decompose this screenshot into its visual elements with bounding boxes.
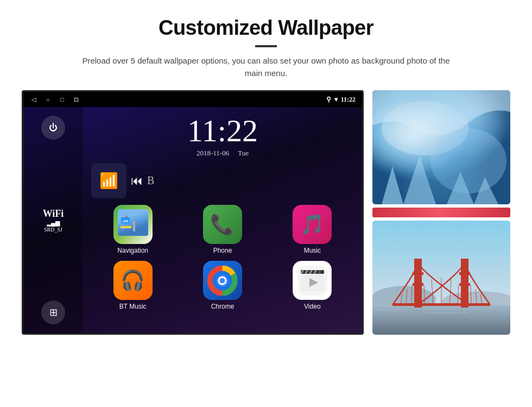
svg-rect-17 — [318, 270, 321, 274]
wifi-bars: ▂▄▆ — [43, 220, 64, 227]
phone-icon: 📞 — [203, 205, 242, 244]
nav-map-svg: 280 — [118, 210, 148, 240]
svg-point-10 — [220, 278, 225, 283]
svg-rect-2 — [133, 221, 135, 231]
wifi-signal-icon: 📶 — [99, 172, 118, 190]
clock-date-value: 2018-11-06 — [197, 149, 229, 157]
video-label: Video — [304, 303, 320, 310]
bt-music-icon: 🎧 — [113, 261, 153, 300]
apps-grid-button[interactable]: ⊞ — [41, 300, 65, 324]
wifi-label: WiFi — [43, 208, 64, 220]
power-button[interactable]: ⏻ — [41, 116, 65, 140]
svg-rect-40 — [413, 283, 423, 286]
header-section: Customized Wallpaper Preload over 5 defa… — [22, 16, 510, 79]
widget-row: 📶 ⏮ B — [88, 163, 357, 198]
app-phone[interactable]: 📞 Phone — [181, 205, 264, 254]
nav-overlay: 280 — [113, 205, 153, 244]
wifi-info: WiFi ▂▄▆ SRD_SJ — [43, 208, 64, 233]
phone-label: Phone — [213, 247, 232, 254]
wallpaper-previews — [372, 90, 510, 335]
recents-nav-icon[interactable]: □ — [58, 96, 66, 103]
app-navigation[interactable]: 280 Navigation — [91, 205, 174, 254]
wallpaper-ice-thumb[interactable] — [372, 90, 510, 204]
app-bt-music[interactable]: 🎧 BT Music — [91, 261, 174, 310]
music-label: Music — [304, 247, 321, 254]
page-subtitle: Preload over 5 default wallpaper options… — [76, 55, 456, 79]
app-grid: 280 Navigation 📞 Phone — [88, 203, 357, 312]
clock-time: 11:22 — [88, 115, 357, 147]
wifi-name: SRD_SJ — [43, 227, 64, 233]
apps-grid-icon: ⊞ — [49, 306, 58, 318]
svg-text:280: 280 — [123, 219, 129, 223]
left-sidebar: ⏻ WiFi ▂▄▆ SRD_SJ ⊞ — [23, 107, 83, 333]
bridge-svg — [372, 221, 510, 335]
home-nav-icon[interactable]: ○ — [44, 96, 52, 103]
music-icon: 🎵 — [293, 205, 332, 244]
screenshot-nav-icon[interactable]: ⊡ — [72, 96, 80, 103]
status-bar: ◁ ○ □ ⊡ ⚲ ▾ 11:22 — [23, 92, 362, 107]
svg-rect-42 — [459, 283, 470, 286]
svg-rect-56 — [392, 303, 490, 306]
status-bar-right: ⚲ ▾ 11:22 — [326, 96, 356, 104]
title-divider — [255, 45, 277, 47]
page-container: Customized Wallpaper Preload over 5 defa… — [0, 0, 532, 346]
screen-body: ⏻ WiFi ▂▄▆ SRD_SJ ⊞ 11:22 — [23, 107, 362, 333]
power-icon: ⏻ — [49, 123, 58, 133]
next-track-button[interactable]: B — [147, 174, 154, 187]
status-bar-left: ◁ ○ □ ⊡ — [30, 96, 80, 103]
video-icon-svg — [297, 266, 327, 296]
navigation-icon: 280 — [113, 205, 153, 244]
wallpaper-middle-strip — [372, 208, 510, 217]
screen-main: 11:22 2018-11-06 Tue 📶 ⏮ B — [83, 107, 362, 333]
clock-day-value: Tue — [238, 149, 249, 157]
chrome-label: Chrome — [211, 303, 235, 310]
app-video[interactable]: Video — [271, 261, 354, 310]
wifi-status-icon: ▾ — [334, 96, 338, 104]
location-icon: ⚲ — [326, 96, 331, 104]
chrome-icon-svg — [207, 266, 237, 296]
clock-area: 11:22 2018-11-06 Tue — [88, 112, 357, 158]
content-area: ◁ ○ □ ⊡ ⚲ ▾ 11:22 ⏻ — [22, 90, 510, 335]
status-time: 11:22 — [341, 96, 356, 104]
clock-date: 2018-11-06 Tue — [88, 149, 357, 158]
media-widget[interactable]: 📶 — [91, 163, 126, 198]
back-nav-icon[interactable]: ◁ — [30, 96, 37, 103]
wallpaper-bridge-image — [372, 221, 510, 335]
app-chrome[interactable]: Chrome — [181, 261, 264, 310]
svg-rect-0 — [118, 210, 148, 240]
prev-track-button[interactable]: ⏮ — [131, 174, 143, 188]
bt-music-label: BT Music — [119, 303, 147, 310]
video-icon — [293, 261, 332, 300]
page-title: Customized Wallpaper — [22, 16, 510, 40]
wallpaper-bridge-thumb[interactable] — [372, 221, 510, 335]
navigation-label: Navigation — [117, 247, 148, 254]
chrome-icon — [203, 261, 242, 300]
svg-rect-1 — [121, 226, 131, 228]
app-music[interactable]: 🎵 Music — [271, 205, 354, 254]
android-screen: ◁ ○ □ ⊡ ⚲ ▾ 11:22 ⏻ — [22, 90, 364, 335]
wallpaper-ice-image — [372, 90, 510, 204]
svg-rect-34 — [372, 305, 510, 335]
ice-shapes-overlay — [372, 90, 510, 204]
